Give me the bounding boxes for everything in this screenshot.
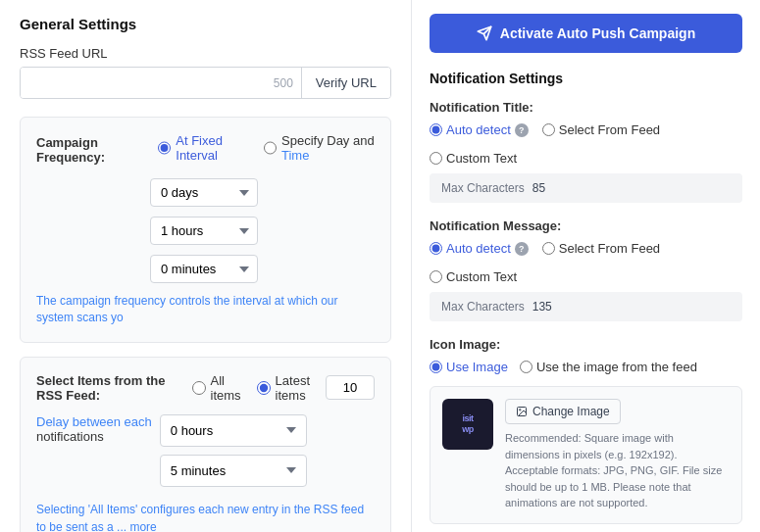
delay-hours-select[interactable]: 0 hours: [160, 414, 307, 447]
title-feed-radio[interactable]: [542, 123, 555, 136]
fixed-interval-radio[interactable]: [158, 141, 171, 155]
title-info-icon[interactable]: ?: [515, 123, 529, 137]
page-title: General Settings: [20, 16, 391, 32]
msg-info-icon[interactable]: ?: [515, 242, 529, 256]
select-items-box: Select Items from the RSS Feed: Allitems…: [20, 357, 391, 532]
change-image-button[interactable]: Change Image: [505, 399, 621, 424]
freq-radio-options: At Fixed Interval Specify Day and Time: [158, 133, 375, 163]
msg-auto-option[interactable]: Auto detect ?: [430, 241, 529, 256]
select-items-label: Select Items from the RSS Feed:: [36, 373, 180, 403]
notification-settings-title: Notification Settings: [430, 71, 742, 86]
title-auto-label: Auto detect: [446, 122, 511, 137]
delay-controls: 0 hours 5 minutes: [160, 414, 307, 487]
title-feed-option[interactable]: Select From Feed: [542, 122, 660, 137]
title-max-chars-label: Max Characters: [441, 181, 525, 195]
msg-max-chars-row: Max Characters 135: [430, 292, 742, 321]
image-icon: [516, 406, 528, 417]
select-items-header: Select Items from the RSS Feed: Allitems…: [36, 373, 375, 403]
right-panel: Activate Auto Push Campaign Notification…: [412, 0, 760, 532]
freq-dropdowns: 0 days 1 hours 0 minutes: [150, 178, 375, 283]
title-custom-radio[interactable]: [430, 152, 442, 165]
all-items-option[interactable]: Allitems: [192, 373, 241, 403]
minutes-select[interactable]: 0 minutes: [150, 255, 258, 283]
rss-feed-label: RSS Feed URL: [20, 46, 391, 61]
feed-image-label: Use the image from the feed: [536, 360, 697, 374]
all-items-radio[interactable]: [192, 381, 206, 395]
fixed-interval-option[interactable]: At Fixed Interval: [158, 133, 244, 163]
msg-max-chars-label: Max Characters: [441, 300, 525, 314]
notification-title-options: Auto detect ? Select From Feed Custom Te…: [430, 122, 742, 166]
msg-auto-radio[interactable]: [430, 242, 442, 255]
msg-max-chars-value: 135: [532, 300, 552, 314]
notification-title-section: Notification Title: Auto detect ? Select…: [430, 100, 742, 203]
msg-feed-label: Select From Feed: [559, 241, 660, 256]
title-max-chars-row: Max Characters 85: [430, 173, 742, 203]
left-panel: General Settings RSS Feed URL 500 Verify…: [0, 0, 412, 532]
freq-label: Campaign Frequency:: [36, 133, 142, 165]
latest-items-radio[interactable]: [257, 381, 271, 395]
send-icon: [477, 25, 492, 41]
use-image-radio[interactable]: [430, 361, 442, 373]
latest-items-label: Latestitems: [276, 373, 310, 403]
notification-message-label: Notification Message:: [430, 218, 742, 233]
title-custom-option[interactable]: Custom Text: [430, 151, 517, 166]
image-thumbnail: isitwp: [442, 399, 493, 450]
msg-auto-label: Auto detect: [446, 241, 511, 256]
specify-day-label: Specify Day and Time: [281, 133, 375, 163]
all-items-note: Selecting 'All Items' configures each ne…: [36, 501, 375, 532]
image-upload-box: isitwp Change Image Recommended: Square …: [430, 386, 742, 524]
feed-image-option[interactable]: Use the image from the feed: [520, 360, 697, 374]
activate-campaign-button[interactable]: Activate Auto Push Campaign: [430, 14, 742, 53]
specify-day-option[interactable]: Specify Day and Time: [264, 133, 375, 163]
msg-feed-radio[interactable]: [542, 242, 555, 255]
delay-label: Delay between each notifications: [36, 414, 152, 444]
hours-select[interactable]: 1 hours: [150, 217, 258, 245]
title-feed-label: Select From Feed: [559, 122, 660, 137]
more-link[interactable]: more: [129, 520, 156, 532]
icon-image-section: Icon Image: Use Image Use the image from…: [430, 337, 742, 524]
days-select[interactable]: 0 days: [150, 178, 258, 207]
title-auto-radio[interactable]: [430, 123, 442, 136]
thumb-text: isitwp: [462, 413, 474, 435]
latest-count-input[interactable]: [326, 375, 375, 400]
rss-input[interactable]: [21, 68, 266, 98]
icon-radio-row: Use Image Use the image from the feed: [430, 360, 742, 374]
use-image-label: Use Image: [446, 360, 508, 374]
campaign-frequency-box: Campaign Frequency: At Fixed Interval Sp…: [20, 117, 391, 343]
freq-header: Campaign Frequency: At Fixed Interval Sp…: [36, 133, 375, 165]
items-radio-group: Allitems Latestitems: [192, 373, 375, 403]
delay-label-suffix: notifications: [36, 429, 104, 444]
feed-image-radio[interactable]: [520, 361, 532, 373]
rss-feed-section: RSS Feed URL 500 Verify URL: [20, 46, 391, 99]
svg-point-3: [520, 410, 522, 411]
msg-custom-radio[interactable]: [430, 270, 442, 283]
notification-message-section: Notification Message: Auto detect ? Sele…: [430, 218, 742, 321]
delay-row-inner: Delay between each notifications 0 hours…: [36, 414, 375, 487]
specify-day-radio[interactable]: [264, 141, 277, 155]
notification-message-options: Auto detect ? Select From Feed Custom Te…: [430, 241, 742, 284]
verify-url-button[interactable]: Verify URL: [301, 68, 390, 98]
freq-note: The campaign frequency controls the inte…: [36, 293, 375, 326]
title-custom-label: Custom Text: [446, 151, 517, 166]
title-max-chars-value: 85: [532, 181, 545, 195]
notification-title-label: Notification Title:: [430, 100, 742, 115]
rss-char-count: 500: [266, 76, 301, 90]
icon-image-label: Icon Image:: [430, 337, 742, 352]
image-note: Recommended: Square image with dimension…: [505, 430, 730, 511]
rss-input-row: 500 Verify URL: [20, 67, 391, 99]
latest-items-option[interactable]: Latestitems: [257, 373, 310, 403]
delay-label-highlight: Delay between each: [36, 414, 152, 429]
msg-feed-option[interactable]: Select From Feed: [542, 241, 660, 256]
image-info: Change Image Recommended: Square image w…: [505, 399, 730, 511]
msg-custom-option[interactable]: Custom Text: [430, 269, 517, 284]
use-image-option[interactable]: Use Image: [430, 360, 508, 374]
msg-custom-label: Custom Text: [446, 269, 517, 284]
delay-minutes-select[interactable]: 5 minutes: [160, 455, 307, 487]
delay-section: Delay between each notifications 0 hours…: [36, 414, 375, 491]
fixed-interval-label: At Fixed Interval: [176, 133, 244, 163]
all-items-label: Allitems: [211, 373, 241, 403]
title-auto-option[interactable]: Auto detect ?: [430, 122, 529, 137]
